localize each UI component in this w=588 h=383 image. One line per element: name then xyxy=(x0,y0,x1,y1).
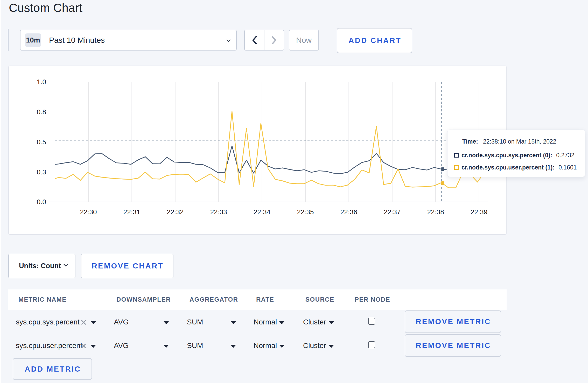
svg-text:22:30: 22:30 xyxy=(80,208,97,216)
svg-text:22:39: 22:39 xyxy=(471,208,487,216)
svg-text:0.3: 0.3 xyxy=(37,168,46,176)
svg-text:22:33: 22:33 xyxy=(210,208,227,216)
svg-text:22:35: 22:35 xyxy=(297,208,314,216)
svg-text:0.5: 0.5 xyxy=(37,138,46,146)
svg-text:22:31: 22:31 xyxy=(123,208,140,216)
svg-text:22:38: 22:38 xyxy=(427,208,444,216)
svg-text:22:37: 22:37 xyxy=(384,208,401,216)
svg-text:0.0: 0.0 xyxy=(37,198,46,206)
svg-text:1.0: 1.0 xyxy=(37,78,46,86)
svg-text:22:36: 22:36 xyxy=(340,208,357,216)
svg-text:22:32: 22:32 xyxy=(167,208,184,216)
svg-text:0.8: 0.8 xyxy=(37,108,46,116)
svg-text:22:34: 22:34 xyxy=(254,208,270,216)
